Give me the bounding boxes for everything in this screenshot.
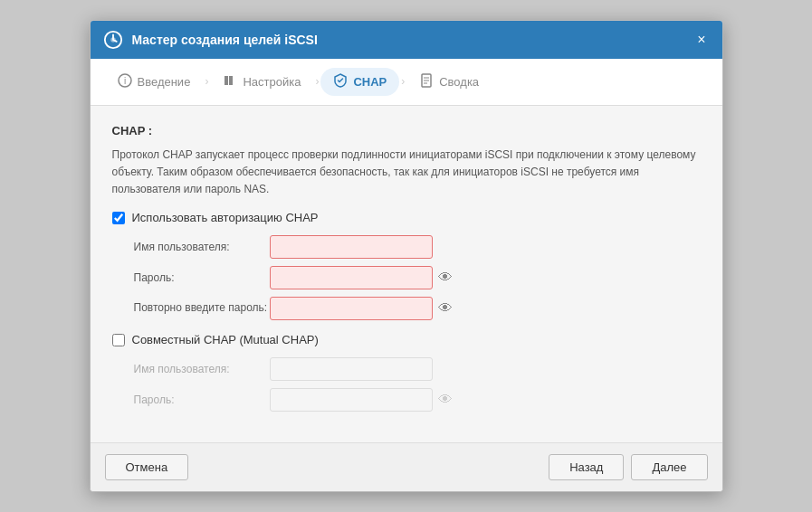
mutual-username-label: Имя пользователя: [134,363,270,375]
mutual-chap-label[interactable]: Совместный CHAP (Mutual CHAP) [132,333,319,346]
dialog-window: Мастер создания целей iSCSI × i Введение… [90,20,723,493]
svg-text:i: i [123,76,125,86]
mutual-chap-checkbox[interactable] [112,334,125,346]
intro-icon: i [118,73,132,90]
repeat-password-eye-icon[interactable]: 👁 [438,300,453,317]
chap-password-input[interactable] [270,266,433,289]
username-label: Имя пользователя: [134,241,270,253]
chap-auth-label[interactable]: Использовать авторизацию CHAP [132,211,319,224]
step-intro[interactable]: i Введение [105,68,204,96]
divider-3: › [401,75,405,88]
password-eye-icon[interactable]: 👁 [438,270,453,286]
repeat-password-label: Повторно введите пароль: [134,301,270,316]
chap-auth-fields: Имя пользователя: Пароль: 👁 Повторно вве… [134,235,701,320]
step-chap-label: CHAP [353,75,387,89]
step-chap[interactable]: CHAP [320,68,399,96]
dialog-title: Мастер создания целей iSCSI [132,33,318,47]
mutual-username-row: Имя пользователя: [134,357,701,381]
divider-1: › [205,75,208,88]
cancel-button[interactable]: Отмена [105,454,189,480]
username-input-wrap [270,235,433,259]
repeat-password-input-wrap: 👁 [270,297,453,320]
svg-point-1 [110,37,116,43]
chap-username-input[interactable] [270,235,433,259]
step-intro-label: Введение [138,75,191,89]
password-input-wrap: 👁 [270,266,453,289]
mutual-password-label: Пароль: [134,393,270,406]
step-summary-label: Сводка [439,75,479,89]
wizard-steps: i Введение › Настройка › [91,59,722,106]
repeat-password-row: Повторно введите пароль: 👁 [134,297,701,320]
back-button[interactable]: Назад [549,454,624,480]
step-settings-label: Настройка [243,75,301,89]
description-text: Протокол CHAP запускает процесс проверки… [112,147,701,199]
divider-2: › [315,75,319,88]
chap-auth-row: Использовать авторизацию CHAP [112,211,701,224]
chap-icon [333,73,348,90]
mutual-password-eye-icon[interactable]: 👁 [438,392,453,408]
mutual-password-input-wrap: 👁 [270,388,453,412]
close-button[interactable]: × [693,33,709,47]
dialog-footer: Отмена Назад Далее [91,442,722,491]
svg-rect-5 [229,76,233,85]
mutual-password-row: Пароль: 👁 [134,388,701,412]
password-label: Пароль: [134,271,270,284]
next-button[interactable]: Далее [631,454,707,480]
main-content: CHAP : Протокол CHAP запускает процесс п… [91,106,722,443]
summary-icon [419,73,434,90]
step-summary[interactable]: Сводка [406,68,492,96]
title-bar: Мастер создания целей iSCSI × [91,21,722,59]
password-row: Пароль: 👁 [134,266,701,289]
mutual-chap-fields: Имя пользователя: Пароль: 👁 [134,357,701,412]
mutual-chap-row: Совместный CHAP (Mutual CHAP) [112,333,701,346]
username-row: Имя пользователя: [134,235,701,259]
title-bar-left: Мастер создания целей iSCSI [103,30,318,50]
mutual-username-input[interactable] [270,357,433,381]
mutual-password-input[interactable] [270,388,433,412]
settings-icon [223,73,237,90]
mutual-username-input-wrap [270,357,433,381]
chap-auth-checkbox[interactable] [112,212,125,224]
chap-repeat-password-input[interactable] [270,297,433,320]
app-icon [103,30,123,50]
svg-rect-4 [224,76,228,85]
section-title: CHAP : [112,124,701,137]
nav-buttons: Назад Далее [549,454,707,480]
step-settings[interactable]: Настройка [210,68,313,96]
